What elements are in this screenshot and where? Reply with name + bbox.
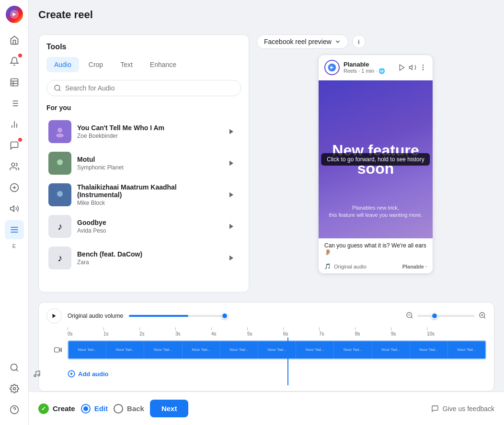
svg-point-36	[57, 191, 63, 197]
create-button[interactable]: ✓ Create	[38, 403, 75, 414]
zoom-slider[interactable]	[417, 315, 475, 317]
preview-dropdown[interactable]: Facebook reel preview	[257, 34, 348, 49]
phone-video[interactable]: New feature soon Click to go forward, ho…	[319, 80, 433, 238]
video-track[interactable]: Nour Tad... Nour Tad... Nour Tad... Nour…	[68, 340, 486, 359]
timeline-section: Original audio volume	[38, 302, 494, 391]
svg-point-23	[13, 388, 15, 390]
zoom-in-button[interactable]	[479, 312, 486, 321]
sidebar: E	[0, 0, 29, 425]
track-seg: Nour Tad...	[144, 341, 182, 358]
audio-name-3: Thalaikizhaai Maatrum Kaadhal (Instrumen…	[77, 183, 218, 199]
audio-artist-3: Mike Block	[77, 200, 218, 206]
ruler-label-9: 9s	[391, 331, 396, 336]
table-icon	[10, 78, 19, 87]
planable-logo	[327, 63, 337, 72]
edit-radio-icon	[81, 404, 91, 414]
preview-dropdown-label: Facebook reel preview	[264, 38, 332, 45]
help-icon	[10, 405, 19, 414]
tab-enhance[interactable]: Enhance	[142, 57, 184, 72]
sidebar-item-help[interactable]	[5, 400, 24, 419]
audio-name-2: Motul	[77, 156, 218, 163]
sidebar-item-campaigns[interactable]	[5, 199, 24, 218]
ruler-mark-10s: 10s	[427, 327, 456, 336]
svg-line-48	[411, 317, 412, 318]
svg-marker-17	[10, 206, 14, 212]
info-button[interactable]: i	[352, 35, 366, 48]
tab-crop[interactable]: Crop	[81, 57, 111, 72]
svg-rect-54	[55, 347, 59, 352]
svg-point-56	[38, 374, 40, 376]
playhead	[287, 337, 288, 385]
sidebar-item-notifications[interactable]	[5, 52, 24, 71]
track-seg: Nour Tad...	[296, 341, 334, 358]
volume-slider[interactable]	[129, 315, 225, 317]
messages-badge	[18, 138, 22, 142]
search-box[interactable]	[46, 80, 241, 96]
ruler-label-3: 3s	[175, 331, 181, 336]
svg-point-45	[423, 69, 423, 70]
sidebar-item-table[interactable]	[5, 73, 24, 92]
original-audio-label: Original audio	[334, 264, 367, 269]
svg-point-21	[11, 364, 17, 370]
audio-item[interactable]: Motul Symphonic Planet	[46, 148, 241, 179]
play-btn-5[interactable]	[224, 250, 239, 266]
tab-text[interactable]: Text	[113, 57, 140, 72]
track-seg: Nour Tad...	[448, 341, 485, 358]
play-btn-1[interactable]	[224, 124, 239, 139]
sidebar-item-menu[interactable]	[5, 220, 24, 239]
feedback-button[interactable]: Give us feedback	[431, 405, 494, 413]
audio-thumb-1	[48, 120, 71, 143]
ruler-label-6: 6s	[283, 331, 288, 336]
sidebar-item-search[interactable]	[5, 358, 24, 377]
sidebar-item-settings[interactable]	[5, 379, 24, 398]
ruler-mark-4s: 4s	[211, 327, 247, 336]
play-icon-4	[228, 223, 235, 230]
ruler-mark-5s: 5s	[247, 327, 283, 336]
back-button[interactable]: Back	[114, 404, 144, 414]
add-audio-button[interactable]: Add audio	[68, 370, 109, 378]
audio-item[interactable]: ♪ Bench (feat. DaCow) Zara	[46, 243, 241, 273]
tools-tabs: Audio Crop Text Enhance	[46, 57, 241, 72]
audio-thumb-3	[48, 183, 71, 206]
volume-icon[interactable]	[409, 64, 416, 71]
audio-artist-2: Symphonic Planet	[77, 164, 218, 171]
search-audio-input[interactable]	[65, 84, 234, 92]
sidebar-item-messages[interactable]	[5, 136, 24, 155]
zoom-in-icon	[479, 312, 486, 319]
edit-button[interactable]: Edit	[81, 404, 108, 414]
play-btn-2[interactable]	[224, 156, 239, 171]
edit-label: Edit	[94, 404, 108, 413]
zoom-out-icon	[406, 312, 413, 319]
svg-marker-39	[229, 256, 233, 261]
svg-line-51	[484, 317, 485, 318]
zoom-out-button[interactable]	[406, 312, 413, 321]
phone-preview: Planable Reels · 1 min · 🌐 New feature s…	[318, 55, 433, 274]
audio-item[interactable]: Thalaikizhaai Maatrum Kaadhal (Instrumen…	[46, 179, 241, 210]
phone-user-info: Planable Reels · 1 min · 🌐	[344, 61, 394, 74]
audio-item[interactable]: ♪ Goodbye Avida Peso	[46, 211, 241, 242]
ruler-mark-9s: 9s	[391, 327, 427, 336]
tab-audio[interactable]: Audio	[46, 57, 79, 72]
sidebar-item-list[interactable]	[5, 94, 24, 113]
play-btn-4[interactable]	[224, 219, 239, 234]
svg-point-44	[423, 67, 423, 67]
play-video-icon[interactable]	[398, 64, 406, 71]
audio-name-5: Bench (feat. DaCow)	[77, 250, 218, 258]
play-timeline-button[interactable]	[46, 308, 62, 324]
next-button[interactable]: Next	[150, 400, 189, 417]
sidebar-item-analytics[interactable]	[5, 115, 24, 134]
sidebar-item-billing[interactable]	[5, 178, 24, 197]
phone-header: Planable Reels · 1 min · 🌐	[319, 55, 433, 80]
phone-brand: Planable ·	[402, 264, 427, 269]
video-track-row: Nour Tad... Nour Tad... Nour Tad... Nour…	[68, 337, 486, 362]
sidebar-item-home[interactable]	[5, 31, 24, 50]
sidebar-item-contacts[interactable]	[5, 157, 24, 176]
audio-info-1: You Can't Tell Me Who I Am Zoe Boekbinde…	[77, 124, 218, 139]
ruler-mark-2s: 2s	[139, 327, 175, 336]
home-icon	[10, 35, 19, 45]
more-options-icon[interactable]	[419, 64, 427, 71]
phone-meta: Reels · 1 min · 🌐	[344, 68, 394, 74]
audio-item[interactable]: You Can't Tell Me Who I Am Zoe Boekbinde…	[46, 116, 241, 147]
svg-marker-38	[229, 224, 233, 229]
play-btn-3[interactable]	[224, 187, 239, 202]
